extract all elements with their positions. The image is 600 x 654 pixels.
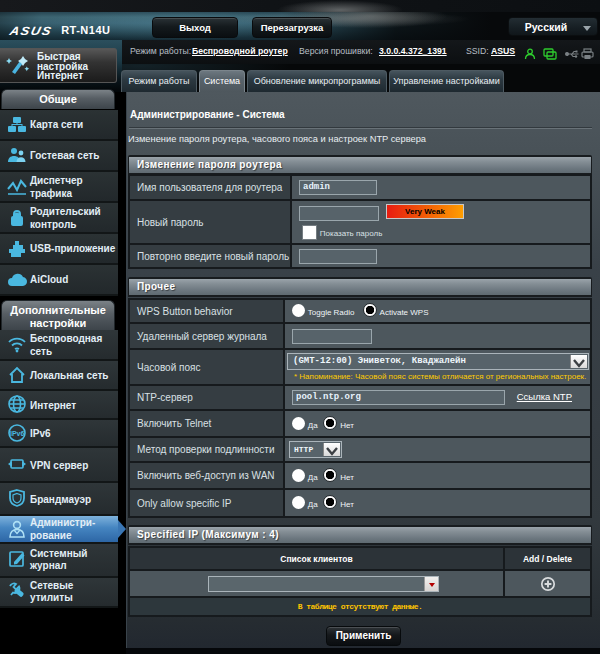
svg-text:IPv6: IPv6 bbox=[10, 430, 25, 437]
